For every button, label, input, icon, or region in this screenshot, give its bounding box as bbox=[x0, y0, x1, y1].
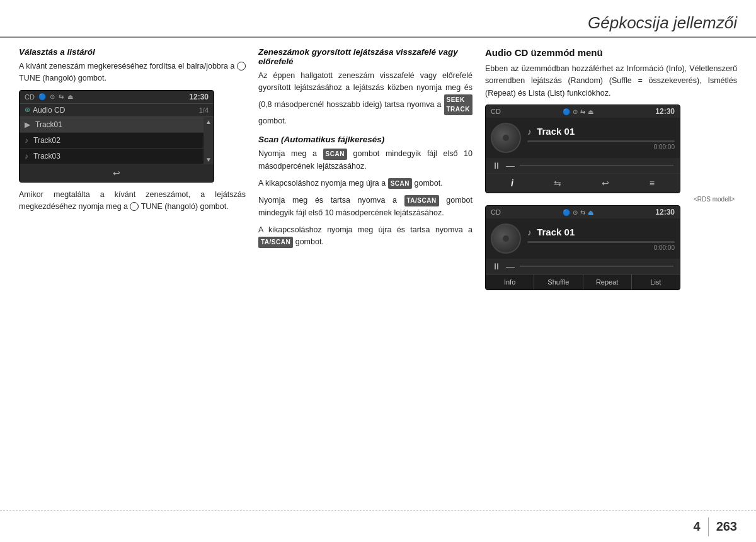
scrollbar[interactable]: ▲ ▼ bbox=[203, 117, 214, 164]
rds-screen-header: CD 🔵 ⊙ ⇆ ⏏ 12:30 bbox=[486, 105, 680, 118]
menu-music-note-icon: ♪ bbox=[527, 227, 532, 237]
back-row[interactable]: ↩ bbox=[20, 164, 214, 182]
music-icon-3: ♪ bbox=[25, 152, 28, 161]
arrow-icon: ⇆ bbox=[59, 93, 64, 100]
rds-controls: ⏸ — bbox=[486, 158, 680, 173]
menu-track-info: ♪ Track 01 0:00:00 bbox=[527, 227, 675, 251]
back-icon: ↩ bbox=[113, 168, 120, 178]
menu-minus-btn[interactable]: — bbox=[506, 261, 515, 271]
audio-cd-row: ⊛ Audio CD 1/4 bbox=[20, 104, 214, 117]
menu-usb-icon: ⇆ bbox=[580, 209, 585, 216]
rds-album-art bbox=[491, 123, 521, 153]
section3-text3: Nyomja meg és tartsa nyomva a TA/SCAN go… bbox=[258, 195, 472, 219]
screen-tracklist: CD 🔵 ⊙ ⇆ ⏏ 12:30 ⊛ Audio CD 1/4 ▶ Track0… bbox=[19, 90, 214, 183]
column-right: Audio CD üzemmód menü Ebben az üzemmódba… bbox=[485, 47, 737, 501]
menu-pause-btn[interactable]: ⏸ bbox=[492, 261, 501, 271]
track-row-1[interactable]: ▶ Track01 bbox=[20, 117, 203, 133]
play-circle-icon: ⊛ bbox=[25, 106, 30, 114]
rds-now-playing: ♪ Track 01 0:00:00 bbox=[486, 118, 680, 158]
menu-list-btn[interactable]: List bbox=[632, 274, 680, 290]
pause-btn[interactable]: ⏸ bbox=[492, 161, 501, 171]
bt-icon: 🔵 bbox=[38, 93, 46, 100]
column-middle: Zeneszámok gyorsított lejátszása visszaf… bbox=[258, 47, 472, 501]
tune-icon bbox=[237, 62, 246, 71]
rds-time-elapsed: 0:00:00 bbox=[527, 144, 675, 150]
menu-time-elapsed: 0:00:00 bbox=[527, 244, 675, 251]
track-row-3[interactable]: ♪ Track03 bbox=[20, 149, 203, 164]
tascan-btn-2: TA/SCAN bbox=[258, 237, 293, 248]
menu-disc-icon: ⏏ bbox=[588, 209, 593, 216]
audio-cd-label: Audio CD bbox=[33, 106, 65, 115]
section3-text2: A kikapcsoláshoz nyomja meg újra a SCAN … bbox=[258, 178, 472, 189]
screen-time: 12:30 bbox=[189, 93, 209, 101]
section1-text1: A kívánt zeneszám megkereséséhez fordíts… bbox=[19, 60, 246, 85]
menu-shuffle-btn[interactable]: Shuffle bbox=[534, 274, 583, 290]
section3-text1: Nyomja meg a SCAN gombot mindegyik fájl … bbox=[258, 148, 472, 172]
scan-btn-1: SCAN bbox=[323, 149, 347, 160]
main-content: Választás a listáról A kívánt zeneszám m… bbox=[0, 41, 756, 507]
menu-screen-header: CD 🔵 ⊙ ⇆ ⏏ 12:30 bbox=[486, 206, 680, 218]
cd-label: CD bbox=[25, 93, 35, 101]
info-func-btn[interactable]: i bbox=[507, 177, 517, 189]
menu-cd-label: CD bbox=[491, 208, 501, 216]
rds-phone-icon: ⊙ bbox=[573, 108, 578, 115]
menu-info-btn[interactable]: Info bbox=[486, 274, 534, 290]
footer-divider bbox=[708, 517, 709, 536]
section3-text4: A kikapcsoláshoz nyomja meg újra és tart… bbox=[258, 224, 472, 249]
rds-cd-label: CD bbox=[491, 108, 501, 115]
usb-icon: ⏏ bbox=[67, 93, 73, 100]
track-name-2: Track02 bbox=[33, 136, 60, 145]
section4-text: Ebben az üzemmódban hozzáférhet az Infor… bbox=[485, 63, 737, 99]
section2-title: Zeneszámok gyorsított lejátszása visszaf… bbox=[258, 47, 472, 66]
page-number: 4 263 bbox=[694, 517, 738, 536]
column-left: Választás a listáról A kívánt zeneszám m… bbox=[19, 47, 246, 501]
menu-progress-line bbox=[520, 266, 673, 267]
repeat-func-btn[interactable]: ↩ bbox=[598, 177, 613, 189]
shuffle-func-btn[interactable]: ⇆ bbox=[550, 177, 565, 189]
rds-func-row: i ⇆ ↩ ≡ bbox=[486, 173, 680, 193]
track-row-2[interactable]: ♪ Track02 bbox=[20, 133, 203, 149]
track-rows: ▶ Track01 ♪ Track02 ♪ Track03 bbox=[20, 117, 203, 164]
scroll-up-arrow[interactable]: ▲ bbox=[205, 118, 212, 125]
screen-menu: CD 🔵 ⊙ ⇆ ⏏ 12:30 ♪ Track 01 0:00:0 bbox=[485, 205, 680, 290]
rds-progress-bar bbox=[527, 140, 675, 142]
rds-track-info: ♪ Track 01 0:00:00 bbox=[527, 126, 675, 150]
track-name-1: Track01 bbox=[35, 120, 62, 129]
menu-bt-icon: 🔵 bbox=[563, 209, 570, 216]
section3-title: Scan (Automatikus fájlkeresés) bbox=[258, 135, 472, 144]
rds-bt-icon: 🔵 bbox=[563, 108, 570, 115]
menu-time: 12:30 bbox=[655, 208, 675, 217]
tune-icon-2 bbox=[130, 202, 139, 211]
scroll-down-arrow[interactable]: ▼ bbox=[205, 156, 212, 163]
rds-usb-icon: ⇆ bbox=[580, 108, 585, 115]
page-num-text: 263 bbox=[716, 519, 737, 534]
menu-buttons-row: Info Shuffle Repeat List bbox=[486, 274, 680, 290]
progress-line bbox=[520, 165, 673, 166]
screen-header-row: CD 🔵 ⊙ ⇆ ⏏ 12:30 bbox=[20, 91, 214, 104]
menu-icons: 🔵 ⊙ ⇆ ⏏ bbox=[563, 209, 593, 216]
section4-title: Audio CD üzemmód menü bbox=[485, 47, 737, 58]
sync-icon: ⊙ bbox=[50, 93, 55, 100]
tascan-btn-1: TA/SCAN bbox=[404, 195, 439, 206]
screen-rds: CD 🔵 ⊙ ⇆ ⏏ 12:30 ♪ Track 01 0:00:0 bbox=[485, 104, 680, 193]
list-func-btn[interactable]: ≡ bbox=[646, 177, 658, 189]
scan-btn-2: SCAN bbox=[388, 178, 412, 189]
rds-disc-icon: ⏏ bbox=[588, 108, 593, 115]
play-icon-1: ▶ bbox=[25, 120, 30, 129]
menu-repeat-btn[interactable]: Repeat bbox=[583, 274, 632, 290]
minus-btn[interactable]: — bbox=[506, 161, 515, 171]
menu-progress-bar bbox=[527, 241, 675, 243]
section1-title: Választás a listáról bbox=[19, 47, 246, 57]
rds-track-name: ♪ Track 01 bbox=[527, 126, 675, 137]
menu-track-name: ♪ Track 01 bbox=[527, 227, 675, 237]
section1-text2: Amikor megtalálta a kívánt zeneszámot, a… bbox=[19, 189, 246, 213]
music-note-icon: ♪ bbox=[527, 127, 532, 137]
seek-track-btn: SEEKTRACK bbox=[444, 94, 473, 115]
track-list-content: ▶ Track01 ♪ Track02 ♪ Track03 ▲ ▼ bbox=[20, 117, 214, 164]
track-count: 1/4 bbox=[199, 106, 209, 114]
chapter-number: 4 bbox=[694, 519, 701, 534]
music-icon-2: ♪ bbox=[25, 136, 28, 145]
section2-text: Az éppen hallgatott zeneszám visszafelé … bbox=[258, 70, 472, 127]
page-header: Gépkocsija jellemzői bbox=[0, 0, 756, 38]
rds-time: 12:30 bbox=[655, 107, 675, 116]
